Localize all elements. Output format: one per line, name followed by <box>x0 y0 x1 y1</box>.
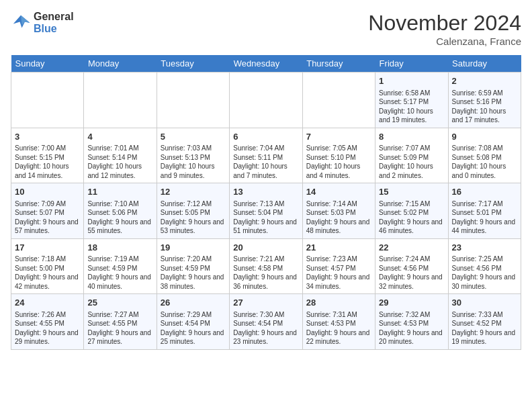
title-block: November 2024 Calenzana, France <box>368 11 521 47</box>
calendar-week-row: 10Sunrise: 7:09 AM Sunset: 5:07 PM Dayli… <box>11 183 521 239</box>
day-info: Sunrise: 7:08 AM Sunset: 5:08 PM Dayligh… <box>452 144 517 180</box>
col-header-friday: Friday <box>375 55 448 73</box>
day-info: Sunrise: 6:59 AM Sunset: 5:16 PM Dayligh… <box>452 89 517 125</box>
day-info: Sunrise: 7:05 AM Sunset: 5:10 PM Dayligh… <box>306 144 371 180</box>
month-title: November 2024 <box>368 11 521 36</box>
calendar-cell: 24Sunrise: 7:26 AM Sunset: 4:55 PM Dayli… <box>11 294 84 350</box>
calendar-cell: 13Sunrise: 7:13 AM Sunset: 5:04 PM Dayli… <box>230 183 302 239</box>
day-number: 13 <box>233 186 298 198</box>
calendar-cell: 20Sunrise: 7:21 AM Sunset: 4:58 PM Dayli… <box>230 238 302 294</box>
col-header-sunday: Sunday <box>11 55 84 73</box>
day-info: Sunrise: 7:27 AM Sunset: 4:55 PM Dayligh… <box>87 310 152 347</box>
location: Calenzana, France <box>368 36 521 47</box>
calendar-cell: 25Sunrise: 7:27 AM Sunset: 4:55 PM Dayli… <box>84 294 157 350</box>
day-info: Sunrise: 7:14 AM Sunset: 5:03 PM Dayligh… <box>306 199 371 236</box>
day-info: Sunrise: 7:09 AM Sunset: 5:07 PM Dayligh… <box>15 199 80 236</box>
day-number: 9 <box>452 131 517 143</box>
calendar-cell: 21Sunrise: 7:23 AM Sunset: 4:57 PM Dayli… <box>302 238 375 294</box>
day-info: Sunrise: 7:32 AM Sunset: 4:53 PM Dayligh… <box>379 310 444 347</box>
day-info: Sunrise: 7:01 AM Sunset: 5:14 PM Dayligh… <box>87 144 152 180</box>
day-info: Sunrise: 7:18 AM Sunset: 5:00 PM Dayligh… <box>15 255 80 291</box>
day-number: 3 <box>15 131 80 143</box>
calendar-cell: 28Sunrise: 7:31 AM Sunset: 4:53 PM Dayli… <box>302 294 375 350</box>
day-info: Sunrise: 7:12 AM Sunset: 5:05 PM Dayligh… <box>161 199 226 236</box>
day-number: 22 <box>379 242 444 254</box>
calendar-cell: 23Sunrise: 7:25 AM Sunset: 4:56 PM Dayli… <box>448 238 521 294</box>
day-info: Sunrise: 7:19 AM Sunset: 4:59 PM Dayligh… <box>87 255 152 291</box>
svg-marker-1 <box>21 15 30 26</box>
calendar-cell: 26Sunrise: 7:29 AM Sunset: 4:54 PM Dayli… <box>157 294 229 350</box>
day-number: 21 <box>306 242 371 254</box>
day-info: Sunrise: 6:58 AM Sunset: 5:17 PM Dayligh… <box>379 89 444 125</box>
calendar-cell: 30Sunrise: 7:33 AM Sunset: 4:52 PM Dayli… <box>448 294 521 350</box>
col-header-wednesday: Wednesday <box>230 55 302 73</box>
day-number: 19 <box>161 242 226 254</box>
calendar-cell: 9Sunrise: 7:08 AM Sunset: 5:08 PM Daylig… <box>448 128 521 183</box>
day-number: 4 <box>87 131 152 143</box>
calendar-cell: 6Sunrise: 7:04 AM Sunset: 5:11 PM Daylig… <box>230 128 302 183</box>
day-info: Sunrise: 7:29 AM Sunset: 4:54 PM Dayligh… <box>161 310 226 347</box>
calendar-cell: 5Sunrise: 7:03 AM Sunset: 5:13 PM Daylig… <box>157 128 229 183</box>
day-info: Sunrise: 7:07 AM Sunset: 5:09 PM Dayligh… <box>379 144 444 180</box>
calendar-header-row: SundayMondayTuesdayWednesdayThursdayFrid… <box>11 55 521 73</box>
calendar-week-row: 24Sunrise: 7:26 AM Sunset: 4:55 PM Dayli… <box>11 294 521 350</box>
day-number: 18 <box>87 242 152 254</box>
day-number: 10 <box>15 186 80 198</box>
day-number: 12 <box>161 186 226 198</box>
day-info: Sunrise: 7:26 AM Sunset: 4:55 PM Dayligh… <box>15 310 80 347</box>
calendar-cell: 7Sunrise: 7:05 AM Sunset: 5:10 PM Daylig… <box>302 128 375 183</box>
calendar-cell: 4Sunrise: 7:01 AM Sunset: 5:14 PM Daylig… <box>84 128 157 183</box>
day-number: 26 <box>161 297 226 309</box>
day-info: Sunrise: 7:33 AM Sunset: 4:52 PM Dayligh… <box>452 310 517 347</box>
logo-icon <box>11 13 31 33</box>
calendar-cell: 16Sunrise: 7:17 AM Sunset: 5:01 PM Dayli… <box>448 183 521 239</box>
day-number: 11 <box>87 186 152 198</box>
day-number: 15 <box>379 186 444 198</box>
calendar-cell: 8Sunrise: 7:07 AM Sunset: 5:09 PM Daylig… <box>375 128 448 183</box>
calendar-cell: 27Sunrise: 7:30 AM Sunset: 4:54 PM Dayli… <box>230 294 302 350</box>
calendar-cell: 11Sunrise: 7:10 AM Sunset: 5:06 PM Dayli… <box>84 183 157 239</box>
calendar-week-row: 1Sunrise: 6:58 AM Sunset: 5:17 PM Daylig… <box>11 73 521 128</box>
calendar-week-row: 3Sunrise: 7:00 AM Sunset: 5:15 PM Daylig… <box>11 128 521 183</box>
calendar-cell: 22Sunrise: 7:24 AM Sunset: 4:56 PM Dayli… <box>375 238 448 294</box>
calendar-cell: 17Sunrise: 7:18 AM Sunset: 5:00 PM Dayli… <box>11 238 84 294</box>
calendar-cell: 29Sunrise: 7:32 AM Sunset: 4:53 PM Dayli… <box>375 294 448 350</box>
calendar-cell <box>157 73 229 128</box>
day-number: 23 <box>452 242 517 254</box>
day-number: 24 <box>15 297 80 309</box>
col-header-saturday: Saturday <box>448 55 521 73</box>
day-info: Sunrise: 7:25 AM Sunset: 4:56 PM Dayligh… <box>452 255 517 291</box>
day-info: Sunrise: 7:00 AM Sunset: 5:15 PM Dayligh… <box>15 144 80 180</box>
calendar-cell: 10Sunrise: 7:09 AM Sunset: 5:07 PM Dayli… <box>11 183 84 239</box>
day-number: 29 <box>379 297 444 309</box>
day-info: Sunrise: 7:21 AM Sunset: 4:58 PM Dayligh… <box>233 255 298 291</box>
day-info: Sunrise: 7:31 AM Sunset: 4:53 PM Dayligh… <box>306 310 371 347</box>
col-header-tuesday: Tuesday <box>157 55 229 73</box>
day-info: Sunrise: 7:30 AM Sunset: 4:54 PM Dayligh… <box>233 310 298 347</box>
calendar-week-row: 17Sunrise: 7:18 AM Sunset: 5:00 PM Dayli… <box>11 238 521 294</box>
day-info: Sunrise: 7:23 AM Sunset: 4:57 PM Dayligh… <box>306 255 371 291</box>
calendar-cell <box>230 73 302 128</box>
day-info: Sunrise: 7:24 AM Sunset: 4:56 PM Dayligh… <box>379 255 444 291</box>
page-header: General Blue November 2024 Calenzana, Fr… <box>11 11 521 47</box>
day-info: Sunrise: 7:17 AM Sunset: 5:01 PM Dayligh… <box>452 199 517 236</box>
day-number: 27 <box>233 297 298 309</box>
day-info: Sunrise: 7:10 AM Sunset: 5:06 PM Dayligh… <box>87 199 152 236</box>
day-info: Sunrise: 7:20 AM Sunset: 4:59 PM Dayligh… <box>161 255 226 291</box>
calendar-cell <box>11 73 84 128</box>
day-number: 2 <box>452 75 517 87</box>
logo-text: General Blue <box>34 11 74 35</box>
calendar-cell: 2Sunrise: 6:59 AM Sunset: 5:16 PM Daylig… <box>448 73 521 128</box>
calendar-cell: 19Sunrise: 7:20 AM Sunset: 4:59 PM Dayli… <box>157 238 229 294</box>
day-number: 30 <box>452 297 517 309</box>
day-number: 5 <box>161 131 226 143</box>
calendar-cell: 18Sunrise: 7:19 AM Sunset: 4:59 PM Dayli… <box>84 238 157 294</box>
day-number: 14 <box>306 186 371 198</box>
calendar-table: SundayMondayTuesdayWednesdayThursdayFrid… <box>11 55 521 350</box>
logo: General Blue <box>11 11 74 35</box>
day-number: 1 <box>379 75 444 87</box>
day-number: 7 <box>306 131 371 143</box>
day-number: 8 <box>379 131 444 143</box>
day-info: Sunrise: 7:04 AM Sunset: 5:11 PM Dayligh… <box>233 144 298 180</box>
day-number: 17 <box>15 242 80 254</box>
